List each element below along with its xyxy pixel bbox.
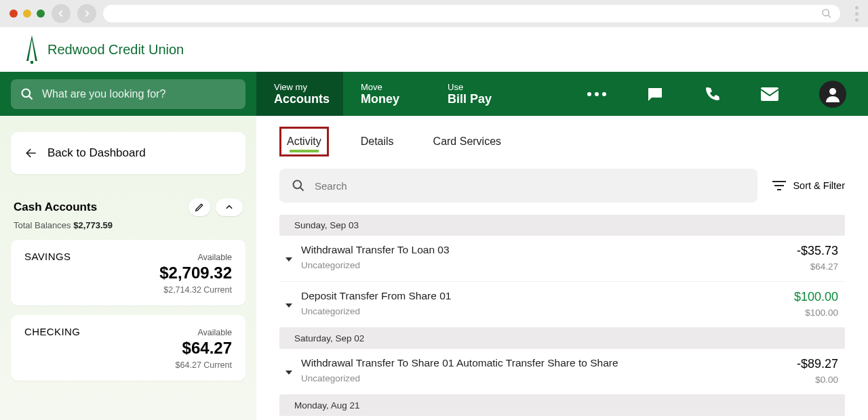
expand-transaction-icon[interactable] [279,247,298,272]
transaction-description: Deposit Transfer From Share 01 [301,290,757,302]
svg-point-4 [294,181,302,189]
transaction-date-header: Monday, Aug 21 [279,395,845,416]
search-icon [20,87,34,101]
minimize-window-icon[interactable] [23,9,31,18]
transaction-amount: $100.00 [757,290,838,304]
nav-bill-pay[interactable]: Use Bill Pay [430,72,517,116]
search-icon [292,179,305,192]
transaction-description: Withdrawal Transfer To Loan 03 [301,244,757,256]
svg-point-0 [823,9,829,16]
transaction-search-input[interactable] [315,180,745,192]
svg-point-3 [829,88,836,95]
arrow-left-icon [24,146,38,160]
browser-menu-icon[interactable] [855,6,859,22]
filter-icon [772,180,786,191]
svg-rect-2 [761,87,778,101]
transaction-search[interactable] [279,169,757,203]
transaction-category: Uncategorized [301,373,757,383]
account-tabs: Activity Details Card Services [256,116,868,156]
transaction-balance: $0.00 [757,375,838,385]
global-search-input[interactable] [42,88,236,100]
transaction-category: Uncategorized [301,306,757,316]
brand-logo[interactable]: Redwood Credit Union [23,35,184,64]
more-menu-icon[interactable] [587,92,606,96]
transaction-balance: $100.00 [757,308,838,318]
transaction-row[interactable]: Deposit Transfer From Share 01Uncategori… [279,282,845,328]
mail-icon[interactable] [761,87,778,101]
expand-transaction-icon[interactable] [279,360,298,385]
window-controls [9,9,45,18]
account-card-savings[interactable]: SAVINGS Available $2,709.32 $2,714.32 Cu… [11,240,245,306]
brand-name: Redwood Credit Union [47,42,184,58]
tab-details[interactable]: Details [353,127,401,156]
transaction-date-header: Saturday, Sep 02 [279,328,845,349]
forward-button[interactable] [77,4,96,23]
profile-avatar[interactable] [819,81,846,108]
total-balances: Total Balances $2,773.59 [14,220,243,230]
account-card-checking[interactable]: CHECKING Available $64.27 $64.27 Current [11,315,245,381]
phone-icon[interactable] [704,86,720,102]
collapse-accounts-button[interactable] [216,198,243,216]
global-search[interactable] [11,79,245,109]
url-bar[interactable] [103,5,840,22]
accounts-section-title: Cash Accounts [14,201,97,214]
sort-filter-button[interactable]: Sort & Filter [772,180,845,191]
transaction-date-header: Sunday, Sep 03 [279,215,845,236]
person-icon [825,86,841,102]
tab-activity[interactable]: Activity [279,127,329,156]
transaction-description: Withdrawal Transfer To Share 01 Automati… [301,357,757,369]
logo-bar: Redwood Credit Union [0,27,868,72]
expand-transaction-icon[interactable] [279,293,298,318]
search-icon [821,8,832,19]
transaction-amount: -$89.27 [757,357,838,371]
edit-accounts-button[interactable] [189,198,210,216]
transaction-list: Sunday, Sep 03Withdrawal Transfer To Loa… [256,215,868,416]
transaction-row[interactable]: Withdrawal Transfer To Share 01 Automati… [279,349,845,395]
close-window-icon[interactable] [9,9,18,18]
maximize-window-icon[interactable] [37,9,45,18]
browser-chrome [0,0,868,27]
transaction-row[interactable]: Withdrawal Transfer To Loan 03Uncategori… [279,236,845,282]
transaction-amount: -$35.73 [757,244,838,258]
redwood-tree-icon [23,35,41,64]
chat-icon[interactable] [647,86,663,102]
back-button[interactable] [52,4,71,23]
back-label: Back to Dashboard [47,146,146,160]
tab-card-services[interactable]: Card Services [426,127,509,156]
chevron-up-icon [224,203,234,212]
nav-move-money[interactable]: Move Money [343,72,430,116]
sidebar: Back to Dashboard Cash Accounts Total Ba… [0,116,256,420]
back-to-dashboard-button[interactable]: Back to Dashboard [11,132,245,174]
svg-point-1 [22,89,31,97]
transaction-balance: $64.27 [757,261,838,272]
content-area: Activity Details Card Services Sort & Fi… [256,116,868,420]
pencil-icon [195,203,204,212]
primary-nav: View my Accounts Move Money Use Bill Pay [0,72,868,116]
nav-accounts[interactable]: View my Accounts [256,72,343,116]
transaction-category: Uncategorized [301,260,757,270]
